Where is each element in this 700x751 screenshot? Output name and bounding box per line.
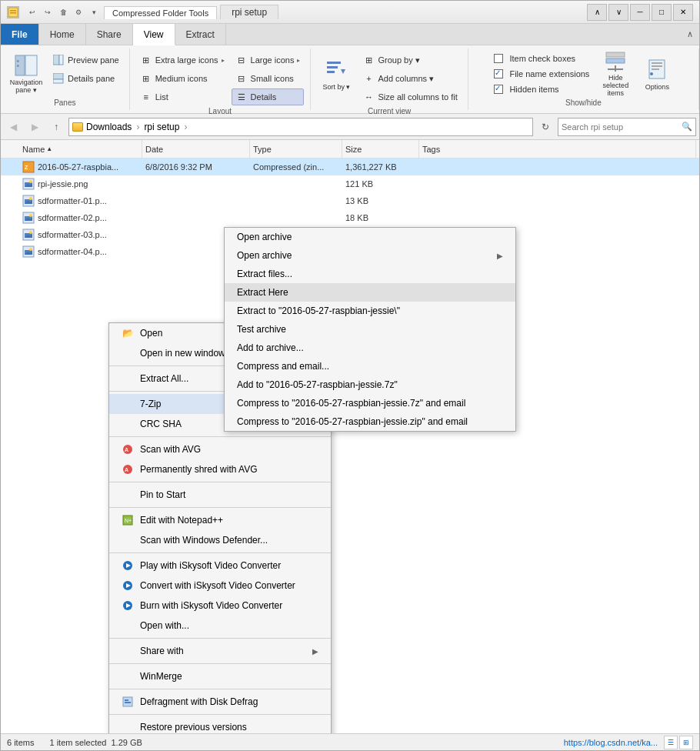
rpi-setup-tab[interactable]: rpi setup [220, 5, 278, 19]
back-btn[interactable]: ◀ [4, 118, 22, 136]
svg-rect-1 [10, 10, 16, 12]
sub-extract-here[interactable]: Extract Here [225, 283, 515, 302]
large-icons-btn[interactable]: ⊟ Large icons ▸ [232, 52, 305, 68]
details-btn[interactable]: ☰ Details [232, 88, 305, 105]
forward-btn[interactable]: ▶ [25, 118, 44, 136]
file-name-ext-btn[interactable]: File name extensions [490, 67, 593, 81]
col-size-label: Size [345, 145, 362, 154]
small-icons-btn[interactable]: ⊟ Small icons [232, 70, 305, 87]
ctx-open-with[interactable]: Open with... [109, 616, 331, 636]
sub-extract-to[interactable]: Extract to "2016-05-27-raspbian-jessie\" [225, 302, 515, 320]
details-pane-btn[interactable]: Details pane [48, 70, 123, 87]
details-view-btn[interactable]: ☰ [664, 736, 678, 749]
tab-view[interactable]: View [133, 24, 175, 45]
maximize-btn[interactable]: □ [652, 4, 672, 21]
show-hide-group-label: Show/hide [565, 97, 602, 107]
sub-open-archive-1[interactable]: Open archive [225, 228, 515, 246]
ctx-burn-isky[interactable]: Burn with iSkysoft Video Converter [109, 596, 331, 616]
options-btn[interactable]: Options [638, 52, 676, 96]
crumb-sep1: › [136, 122, 139, 132]
qa-properties-btn[interactable]: ⚙ [72, 5, 85, 19]
status-link[interactable]: https://blog.csdn.net/ka... [564, 738, 658, 747]
nav-pane-icon: ≡ ≡ [14, 54, 38, 77]
add-columns-btn[interactable]: + Add columns ▾ [358, 70, 461, 87]
compressed-folder-tab[interactable]: Compressed Folder Tools [104, 6, 217, 19]
ribbon-collapse-btn[interactable]: ∧ [681, 24, 699, 45]
item-check-boxes-btn[interactable]: Item check boxes [490, 52, 593, 65]
extra-large-icons-btn[interactable]: ⊞ Extra large icons ▸ [136, 52, 228, 68]
show-hide-col: Item check boxes File name extensions Hi… [490, 52, 593, 96]
undo-btn[interactable]: ↩ [25, 5, 39, 19]
ctx-shred-avg[interactable]: A Permanently shred with AVG [109, 459, 331, 479]
sub-test-archive[interactable]: Test archive [225, 320, 515, 339]
sub-extract-files[interactable]: Extract files... [225, 265, 515, 283]
ctx-notepad-pp[interactable]: N+ Edit with Notepad++ [109, 510, 331, 530]
ctx-scan-avg[interactable]: A Scan with AVG [109, 439, 331, 459]
sub-compress-email[interactable]: Compress and email... [225, 357, 515, 376]
sub-add-archive[interactable]: Add to archive... [225, 339, 515, 357]
col-header-type[interactable]: Type [250, 140, 342, 158]
sub-open-archive-2[interactable]: Open archive ▶ [225, 246, 515, 265]
title-bar-icons [7, 6, 19, 18]
col-header-date[interactable]: Date [142, 140, 250, 158]
file-name-ext-label: File name extensions [509, 69, 589, 78]
search-bar[interactable]: 🔍 [558, 118, 696, 136]
ctx-convert-isky[interactable]: Convert with iSkysoft Video Converter [109, 576, 331, 596]
address-bar[interactable]: Downloads › rpi setup › [68, 118, 533, 136]
hidden-items-btn[interactable]: Hidden items [490, 82, 593, 96]
table-row[interactable]: sdformatter-01.p... 13 KB [1, 192, 699, 209]
table-row[interactable]: Z 2016-05-27-raspbia... 6/8/2016 9:32 PM… [1, 159, 699, 175]
tab-home[interactable]: Home [39, 24, 86, 45]
sub-compress-zip-email[interactable]: Compress to "2016-05-27-raspbian-jessie.… [225, 412, 515, 431]
navigation-pane-btn[interactable]: ≡ ≡ Navigation pane ▾ [7, 52, 45, 96]
sub-add-7z[interactable]: Add to "2016-05-27-raspbian-jessie.7z" [225, 376, 515, 394]
ctx-defender-label: Scan with Windows Defender... [140, 535, 268, 546]
tab-share[interactable]: Share [86, 24, 133, 45]
svg-point-23 [650, 72, 653, 75]
pin-start-icon [122, 489, 134, 501]
ctx-play-isky[interactable]: Play with iSkysoft Video Converter [109, 556, 331, 576]
sort-by-btn[interactable]: Sort by ▾ [317, 52, 355, 96]
content-area: Name ▲ Date Type Size Tags [1, 140, 699, 733]
ctx-pin-start[interactable]: Pin to Start [109, 485, 331, 505]
ctx-defrag[interactable]: Defragment with Disk Defrag [109, 692, 331, 712]
tab-extract[interactable]: Extract [175, 24, 226, 45]
ctx-share-with[interactable]: Share with ▶ [109, 641, 331, 661]
delete-btn[interactable]: 🗑 [56, 5, 70, 19]
redo-btn[interactable]: ↪ [41, 5, 55, 19]
col-header-tags[interactable]: Tags [419, 140, 696, 158]
size-all-columns-btn[interactable]: ↔ Size all columns to fit [358, 88, 461, 105]
sub-compress-7z-email[interactable]: Compress to "2016-05-27-raspbian-jessie.… [225, 394, 515, 412]
col-header-size[interactable]: Size [342, 140, 419, 158]
7zip-icon [122, 398, 134, 410]
qa-dropdown-btn[interactable]: ▾ [87, 5, 101, 19]
hide-selected-btn[interactable]: Hide selected items [596, 52, 635, 96]
chevron-up-btn[interactable]: ∧ [587, 4, 607, 21]
ctx-winmerge[interactable]: WinMerge [109, 666, 331, 686]
tab-file[interactable]: File [1, 24, 39, 45]
zip-file-icon: Z [22, 161, 35, 173]
table-row[interactable]: sdformatter-02.p... 18 KB [1, 209, 699, 226]
minimize-btn[interactable]: ─ [630, 4, 650, 21]
group-by-btn[interactable]: ⊞ Group by ▾ [358, 52, 461, 68]
large-view-btn[interactable]: ⊞ [679, 736, 693, 749]
ctx-defender[interactable]: Scan with Windows Defender... [109, 530, 331, 550]
table-row[interactable]: rpi-jessie.png 121 KB [1, 175, 699, 192]
defender-icon [122, 534, 134, 546]
crumb-rpi-setup[interactable]: rpi setup [144, 122, 179, 132]
refresh-btn[interactable]: ↻ [536, 118, 555, 136]
col-header-name[interactable]: Name ▲ [19, 140, 142, 158]
ctx-restore-prev[interactable]: Restore previous versions [109, 717, 331, 733]
search-input[interactable] [562, 122, 682, 132]
close-btn[interactable]: ✕ [673, 4, 693, 21]
up-btn[interactable]: ↑ [47, 118, 65, 136]
png-file-icon3 [22, 212, 35, 224]
medium-icons-btn[interactable]: ⊞ Medium icons [136, 70, 228, 87]
large-label: Large icons [251, 55, 295, 65]
svg-point-33 [29, 197, 32, 200]
ctx-sep-7 [109, 638, 331, 639]
list-btn[interactable]: ≡ List [136, 88, 228, 105]
chevron-down-btn[interactable]: ∨ [608, 4, 628, 21]
preview-pane-btn[interactable]: Preview pane [48, 52, 123, 68]
crumb-downloads[interactable]: Downloads [86, 122, 132, 132]
